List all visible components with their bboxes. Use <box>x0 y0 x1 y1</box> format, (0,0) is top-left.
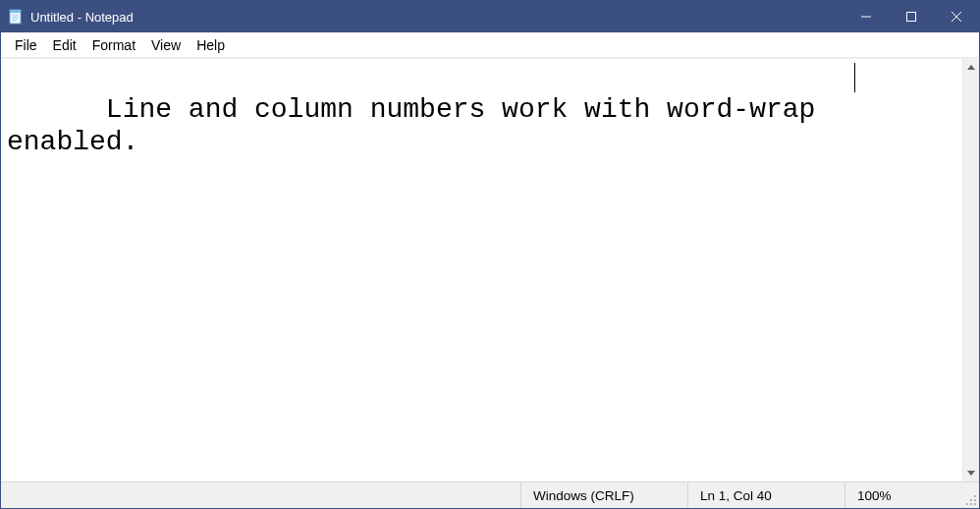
svg-point-10 <box>974 495 976 497</box>
menubar: File Edit Format View Help <box>1 32 979 58</box>
vertical-scrollbar[interactable] <box>962 59 979 481</box>
text-editor[interactable]: Line and column numbers work with word-w… <box>1 59 962 481</box>
scroll-down-icon[interactable] <box>963 465 980 481</box>
status-zoom: 100% <box>844 482 962 508</box>
minimize-button[interactable] <box>844 1 889 32</box>
svg-point-11 <box>970 499 972 501</box>
svg-point-14 <box>970 503 972 505</box>
status-zoom-text: 100% <box>857 488 892 503</box>
menu-format[interactable]: Format <box>84 35 143 55</box>
menu-edit[interactable]: Edit <box>45 35 84 55</box>
statusbar: Windows (CRLF) Ln 1, Col 40 100% <box>1 481 979 508</box>
svg-point-15 <box>974 503 976 505</box>
svg-rect-7 <box>907 13 916 22</box>
svg-rect-1 <box>10 10 21 13</box>
svg-point-12 <box>974 499 976 501</box>
menu-help[interactable]: Help <box>189 35 233 55</box>
app-window: Untitled - Notepad File Edit Format View… <box>0 0 980 509</box>
titlebar[interactable]: Untitled - Notepad <box>1 1 979 32</box>
menu-view[interactable]: View <box>143 35 189 55</box>
notepad-icon <box>7 8 25 26</box>
menu-file[interactable]: File <box>7 35 45 55</box>
status-line-ending-text: Windows (CRLF) <box>533 488 634 503</box>
maximize-button[interactable] <box>889 1 934 32</box>
status-spacer <box>1 482 520 508</box>
editor-area: Line and column numbers work with word-w… <box>1 58 979 481</box>
editor-text: Line and column numbers work with word-w… <box>7 94 832 157</box>
status-cursor-position: Ln 1, Col 40 <box>687 482 844 508</box>
window-title: Untitled - Notepad <box>30 10 844 25</box>
status-line-ending: Windows (CRLF) <box>520 482 687 508</box>
window-controls <box>844 1 979 32</box>
close-button[interactable] <box>934 1 979 32</box>
svg-point-13 <box>966 503 968 505</box>
resize-grip[interactable] <box>962 482 979 508</box>
status-cursor-position-text: Ln 1, Col 40 <box>700 488 772 503</box>
scroll-up-icon[interactable] <box>963 59 980 76</box>
text-caret <box>854 63 855 92</box>
